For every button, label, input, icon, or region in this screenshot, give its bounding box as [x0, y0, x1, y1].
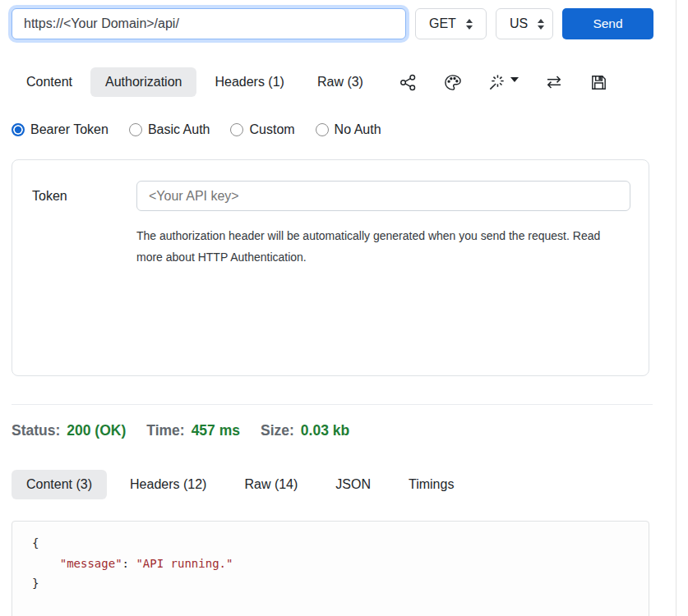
resp-tab-timings[interactable]: Timings	[394, 470, 469, 499]
magic-wand-icon[interactable]	[487, 73, 519, 92]
auth-option-bearer-token[interactable]: Bearer Token	[12, 122, 109, 137]
code-colon: :	[122, 557, 136, 570]
section-divider	[12, 404, 653, 405]
send-button[interactable]: Send	[562, 8, 653, 39]
token-row: Token	[32, 181, 630, 211]
token-help-text: The authorization header will be automat…	[136, 225, 620, 268]
region-select[interactable]: US	[496, 8, 553, 39]
palette-icon[interactable]	[443, 73, 462, 92]
chevron-down-icon	[510, 77, 519, 82]
code-indent	[32, 557, 60, 570]
token-panel: Token The authorization header will be a…	[12, 159, 649, 376]
swap-arrows-icon[interactable]	[544, 72, 564, 92]
response-status-row: Status: 200 (OK) Time: 457 ms Size: 0.03…	[12, 422, 653, 439]
radio-custom[interactable]	[230, 123, 243, 136]
right-column-divider	[676, 0, 676, 616]
auth-option-no-auth[interactable]: No Auth	[316, 122, 381, 137]
radio-basic-auth[interactable]	[129, 123, 142, 136]
time-group: Time: 457 ms	[146, 422, 240, 439]
toolbar	[399, 72, 653, 92]
tab-raw[interactable]: Raw (3)	[302, 67, 378, 97]
response-body-code: { "message": "API running." }	[12, 521, 649, 616]
code-line: }	[32, 573, 629, 594]
auth-type-options: Bearer Token Basic Auth Custom No Auth	[12, 122, 653, 137]
status-group: Status: 200 (OK)	[12, 422, 126, 439]
auth-option-label: Basic Auth	[148, 122, 210, 137]
url-input[interactable]	[12, 8, 406, 39]
code-line: {	[32, 533, 629, 554]
code-close-brace: }	[32, 577, 39, 590]
resp-tab-content[interactable]: Content (3)	[12, 470, 107, 499]
token-input[interactable]	[136, 181, 630, 211]
share-icon[interactable]	[399, 73, 418, 92]
status-label: Status:	[12, 422, 60, 439]
auth-option-label: No Auth	[335, 122, 381, 137]
size-label: Size:	[261, 422, 294, 439]
request-bar: GET US Send	[12, 0, 653, 39]
save-icon[interactable]	[589, 73, 608, 92]
radio-bearer-token[interactable]	[12, 123, 25, 136]
request-tabs-row: Content Authorization Headers (1) Raw (3…	[12, 67, 653, 97]
code-key: "message"	[60, 557, 122, 570]
resp-tab-raw[interactable]: Raw (14)	[229, 470, 312, 499]
size-value: 0.03 kb	[301, 422, 349, 439]
status-value: 200 (OK)	[67, 422, 126, 439]
auth-option-custom[interactable]: Custom	[230, 122, 294, 137]
tab-content[interactable]: Content	[12, 67, 87, 97]
code-value: "API running."	[136, 557, 233, 570]
region-select-value: US	[510, 16, 528, 31]
auth-option-label: Bearer Token	[30, 122, 109, 137]
method-select[interactable]: GET	[415, 8, 487, 39]
request-tabs: Content Authorization Headers (1) Raw (3…	[12, 67, 378, 97]
method-select-value: GET	[429, 16, 456, 31]
select-arrows-icon	[466, 19, 473, 30]
select-arrows-icon	[538, 19, 544, 30]
time-value: 457 ms	[192, 422, 240, 439]
resp-tab-json[interactable]: JSON	[321, 470, 386, 499]
radio-no-auth[interactable]	[316, 123, 329, 136]
api-client-page: GET US Send Content Authorization Header…	[0, 0, 688, 616]
resp-tab-headers[interactable]: Headers (12)	[115, 470, 221, 499]
token-label: Token	[32, 189, 136, 204]
response-tabs: Content (3) Headers (12) Raw (14) JSON T…	[12, 470, 653, 499]
time-label: Time:	[146, 422, 184, 439]
size-group: Size: 0.03 kb	[261, 422, 349, 439]
auth-option-label: Custom	[249, 122, 294, 137]
auth-option-basic-auth[interactable]: Basic Auth	[129, 122, 210, 137]
code-open-brace: {	[32, 536, 39, 549]
code-line: "message": "API running."	[32, 554, 629, 574]
tab-authorization[interactable]: Authorization	[90, 67, 196, 97]
tab-headers[interactable]: Headers (1)	[200, 67, 298, 97]
